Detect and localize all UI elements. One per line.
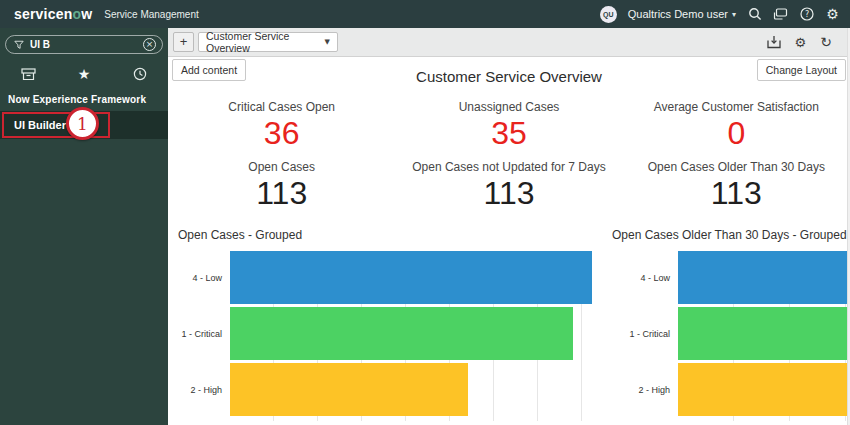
tab-all-applications[interactable]: [0, 68, 56, 81]
bar-row: 1 - Critical: [612, 307, 850, 360]
tab-favorites[interactable]: ★: [56, 67, 112, 81]
bar-category-label: 4 - Low: [612, 251, 678, 304]
metric-value: 113: [395, 176, 622, 211]
svg-text:?: ?: [804, 10, 808, 19]
metric-label: Critical Cases Open: [168, 100, 395, 114]
chart-open-cases-older-30-days-grouped: Open Cases Older Than 30 Days - Grouped …: [612, 228, 850, 425]
logo-text: w: [81, 6, 92, 22]
metric-value: 35: [395, 116, 622, 151]
metric-label: Open Cases: [168, 160, 395, 174]
add-tab-button[interactable]: +: [173, 32, 194, 52]
metric-label: Average Customer Satisfaction: [623, 100, 850, 114]
bar[interactable]: [678, 251, 850, 304]
bar[interactable]: [230, 307, 573, 360]
metric-average-customer-satisfaction[interactable]: Average Customer Satisfaction 0: [623, 100, 850, 151]
product-title: Service Management: [104, 9, 199, 20]
bar-track: [230, 363, 600, 416]
user-menu[interactable]: Qualtrics Demo user ▾: [628, 8, 736, 20]
save-dashboard-icon[interactable]: [767, 35, 781, 49]
bar-row: 2 - High: [178, 363, 600, 416]
bar-track: [230, 251, 600, 304]
dashboard-title: Customer Service Overview: [168, 68, 850, 85]
tab-strip-actions: ⚙ ↻: [767, 35, 842, 49]
metric-value: 0: [623, 116, 850, 151]
servicenow-window: servicenow Service Management QU Qualtri…: [0, 0, 850, 425]
metric-open-cases-older-30-days[interactable]: Open Cases Older Than 30 Days 113: [623, 160, 850, 211]
user-avatar[interactable]: QU: [600, 6, 617, 23]
bar-category-label: 1 - Critical: [178, 307, 230, 360]
bar-category-label: 1 - Critical: [612, 307, 678, 360]
chevron-down-icon: ▼: [325, 38, 330, 46]
tab-history[interactable]: [112, 67, 168, 81]
metric-label: Open Cases not Updated for 7 Days: [395, 160, 622, 174]
bar-row: 1 - Critical: [178, 307, 600, 360]
bar-track: [678, 307, 850, 360]
filter-navigator-sidebar: × ★ Now Experience Framework UI Builder …: [0, 28, 168, 425]
bar[interactable]: [678, 363, 850, 416]
metric-open-cases-not-updated-7-days[interactable]: Open Cases not Updated for 7 Days 113: [395, 160, 622, 211]
bar-track: [678, 363, 850, 416]
gear-icon[interactable]: ⚙: [825, 7, 840, 22]
chart-plot: 4 - Low1 - Critical2 - High: [612, 251, 850, 421]
bar-track: [230, 307, 600, 360]
bar[interactable]: [230, 251, 592, 304]
bar-track: [678, 251, 850, 304]
refresh-icon[interactable]: ↻: [820, 35, 832, 49]
top-header: servicenow Service Management QU Qualtri…: [0, 0, 850, 28]
star-icon: ★: [78, 67, 91, 81]
navigator-section-label: Now Experience Framework: [8, 94, 146, 105]
dashboard-selector[interactable]: Customer Service Overview ▼: [198, 32, 338, 52]
chart-title: Open Cases Older Than 30 Days - Grouped: [612, 228, 850, 242]
metrics-grid: Critical Cases Open 36 Unassigned Cases …: [168, 100, 850, 211]
bar-category-label: 2 - High: [178, 363, 230, 416]
navigator-search-input[interactable]: [30, 39, 137, 50]
chat-icon[interactable]: [773, 7, 788, 22]
chart-open-cases-grouped: Open Cases - Grouped 4 - Low1 - Critical…: [178, 228, 600, 425]
bar-category-label: 2 - High: [612, 363, 678, 416]
bar-row: 2 - High: [612, 363, 850, 416]
metric-open-cases[interactable]: Open Cases 113: [168, 160, 395, 211]
bar[interactable]: [678, 307, 850, 360]
logo-o-mark: o: [72, 6, 81, 22]
annotation-step-badge: 1: [66, 107, 99, 140]
logo-text: servicen: [14, 6, 72, 22]
chart-plot: 4 - Low1 - Critical2 - High: [178, 251, 600, 421]
bar-row: 4 - Low: [612, 251, 850, 304]
filter-funnel-icon: [14, 40, 24, 50]
navigator-search: ×: [5, 35, 163, 54]
navigator-tabs: ★: [0, 61, 168, 87]
dashboard-main: + Customer Service Overview ▼ ⚙ ↻ Add co…: [168, 28, 850, 425]
header-actions: QU Qualtrics Demo user ▾ ? ⚙: [600, 6, 840, 23]
chart-title: Open Cases - Grouped: [178, 228, 600, 242]
metric-value: 113: [623, 176, 850, 211]
metric-value: 113: [168, 176, 395, 211]
clear-search-icon[interactable]: ×: [143, 38, 156, 51]
dashboard-settings-icon[interactable]: ⚙: [795, 36, 807, 49]
bar-category-label: 4 - Low: [178, 251, 230, 304]
bar[interactable]: [230, 363, 468, 416]
dashboard-tab-strip: + Customer Service Overview ▼ ⚙ ↻: [168, 28, 850, 57]
bar-row: 4 - Low: [178, 251, 600, 304]
servicenow-logo[interactable]: servicenow: [14, 6, 92, 22]
archive-box-icon: [21, 68, 36, 81]
clock-icon: [133, 67, 147, 81]
metric-label: Unassigned Cases: [395, 100, 622, 114]
user-name: Qualtrics Demo user: [628, 8, 728, 20]
dashboard-selector-value: Customer Service Overview: [206, 30, 325, 54]
metric-unassigned-cases[interactable]: Unassigned Cases 35: [395, 100, 622, 151]
metric-value: 36: [168, 116, 395, 151]
search-icon[interactable]: [747, 7, 762, 22]
metric-label: Open Cases Older Than 30 Days: [623, 160, 850, 174]
metric-critical-cases-open[interactable]: Critical Cases Open 36: [168, 100, 395, 151]
help-icon[interactable]: ?: [799, 7, 814, 22]
chevron-down-icon: ▾: [732, 10, 736, 19]
